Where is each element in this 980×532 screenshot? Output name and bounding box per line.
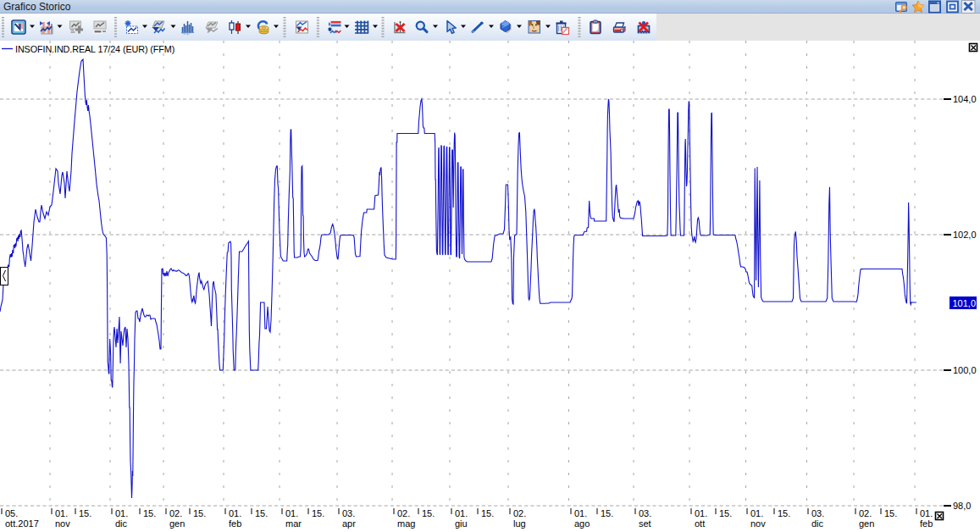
svg-text:mag: mag (397, 518, 415, 529)
svg-text:15.: 15. (143, 508, 156, 518)
svg-text:01.: 01. (455, 508, 468, 518)
svg-text:02.: 02. (169, 508, 182, 518)
svg-text:05.: 05. (5, 508, 18, 518)
svg-text:01.: 01. (750, 508, 763, 518)
svg-text:15.: 15. (778, 508, 790, 518)
svg-text:03.: 03. (639, 508, 651, 518)
svg-text:03.: 03. (811, 508, 824, 518)
svg-text:nov: nov (750, 518, 766, 529)
svg-text:dic: dic (115, 518, 128, 529)
svg-text:15.: 15. (422, 508, 435, 518)
svg-text:104,0: 104,0 (953, 94, 977, 104)
svg-text:ago: ago (574, 518, 590, 529)
svg-text:15.: 15. (255, 508, 268, 518)
svg-text:mar: mar (285, 518, 302, 529)
svg-text:giu: giu (455, 518, 468, 529)
svg-text:01.: 01. (285, 508, 298, 518)
svg-text:lug: lug (513, 518, 526, 529)
svg-text:nov: nov (55, 518, 70, 529)
svg-text:apr: apr (342, 518, 356, 529)
svg-text:01.: 01. (695, 508, 707, 518)
svg-text:01.: 01. (55, 508, 68, 518)
svg-text:INSOFIN.IND.REAL 17/24 (EUR) (: INSOFIN.IND.REAL 17/24 (EUR) (FFM) (15, 44, 174, 54)
svg-text:03.: 03. (342, 508, 355, 518)
svg-text:gen: gen (859, 518, 874, 529)
svg-text:02.: 02. (859, 508, 872, 518)
svg-text:15.: 15. (312, 508, 324, 518)
svg-text:15.: 15. (193, 508, 206, 518)
svg-text:01.: 01. (115, 508, 128, 518)
svg-text:101,0: 101,0 (953, 298, 977, 308)
svg-text:15.: 15. (79, 508, 91, 518)
svg-text:set: set (639, 518, 651, 529)
svg-text:100,0: 100,0 (953, 365, 977, 375)
svg-text:ott.2017: ott.2017 (5, 518, 39, 529)
svg-text:gen: gen (169, 518, 185, 529)
svg-text:01.: 01. (920, 508, 933, 518)
svg-text:98,0: 98,0 (953, 501, 971, 511)
svg-text:102,0: 102,0 (953, 230, 977, 240)
svg-text:ott: ott (695, 518, 705, 529)
svg-text:feb: feb (229, 518, 241, 529)
svg-text:15.: 15. (481, 508, 494, 518)
svg-text:01.: 01. (574, 508, 587, 518)
svg-text:feb: feb (920, 518, 933, 529)
svg-text:02.: 02. (397, 508, 410, 518)
svg-text:15.: 15. (719, 508, 732, 518)
svg-text:dic: dic (811, 518, 824, 529)
svg-text:02.: 02. (513, 508, 526, 518)
svg-text:01.: 01. (229, 508, 241, 518)
svg-text:15.: 15. (601, 508, 613, 518)
svg-text:15.: 15. (884, 508, 897, 518)
